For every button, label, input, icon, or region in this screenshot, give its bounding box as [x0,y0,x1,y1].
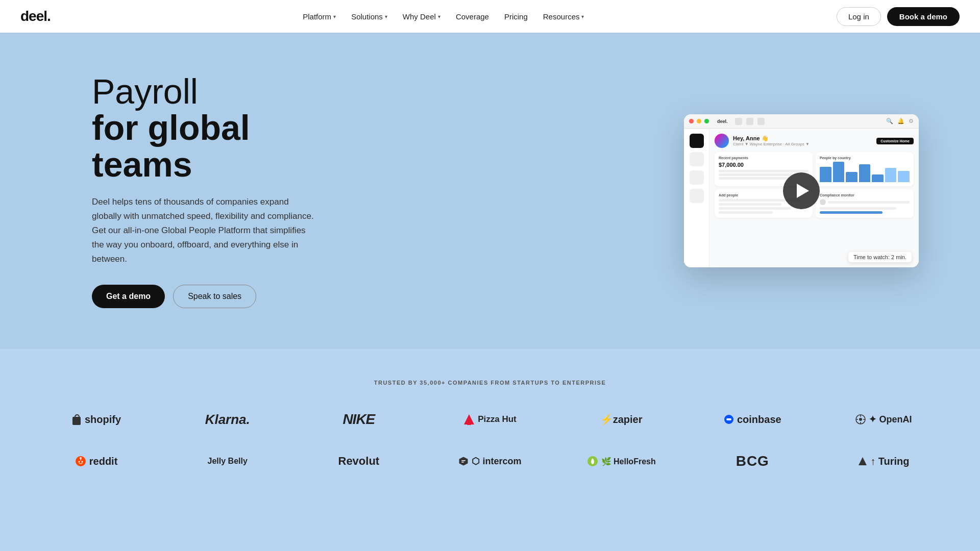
bar-item [859,164,871,182]
intercom-icon [458,456,469,466]
svg-point-6 [859,418,862,421]
mockup-logo: deel. [717,119,728,124]
hero-buttons: Get a demo Speak to sales [92,285,337,308]
bar-item [833,162,845,182]
trusted-label: TRUSTED BY 35,000+ COMPANIES FROM STARTU… [31,380,949,386]
mockup-greeting: Hey, Anne 👋 [733,135,810,142]
play-icon [797,184,809,198]
svg-point-12 [78,461,80,463]
sidebar-icon-people [690,152,704,166]
hero-content: Payroll for global teams Deel helps tens… [92,73,337,308]
logo[interactable]: deel. [20,8,51,24]
hellofresh-icon [587,456,598,467]
svg-point-13 [81,461,83,463]
svg-rect-4 [726,418,731,420]
trusted-section: TRUSTED BY 35,000+ COMPANIES FROM STARTU… [0,349,980,510]
logo-shopify: shopify [31,409,162,431]
logo-coinbase: coinbase [687,409,818,431]
bar-item [846,172,857,182]
book-demo-button[interactable]: Book a demo [887,7,960,26]
logo-hellofresh: 🌿 HelloFresh [556,450,687,472]
compliance-avatar [820,199,826,205]
nav-actions: Log in Book a demo [837,7,960,26]
logo-bcg: BCG [687,448,818,474]
video-duration-badge: Time to watch: 2 min. [848,252,912,262]
mockup-nav-icon [746,118,753,125]
nav-links: Platform ▾ Solutions ▾ Why Deel ▾ Covera… [297,8,590,25]
sidebar-icon-contracts [690,189,704,203]
hero-description: Deel helps tens of thousands of companie… [92,195,316,266]
nav-item-platform[interactable]: Platform ▾ [297,8,342,25]
mockup-user-avatar [715,134,729,148]
logo-zapier: ⚡zapier [556,408,687,431]
turing-icon [858,457,867,466]
logo-nike: NIKE [293,406,424,433]
chevron-down-icon: ▾ [581,14,584,19]
chevron-down-icon: ▾ [438,14,440,19]
nav-item-resources[interactable]: Resources ▾ [537,8,591,25]
nav-item-why-deel[interactable]: Why Deel ▾ [397,8,447,25]
svg-rect-17 [461,462,464,463]
reddit-icon [75,456,86,467]
logo-pizzahut: Pizza Hut [424,409,555,430]
mockup-topbar-icons: 🔍 🔔 ⚙ [886,118,914,124]
logo-openai: ✦ OpenAI [818,409,949,430]
navbar: deel. Platform ▾ Solutions ▾ Why Deel ▾ … [0,0,980,33]
logo-revolut: Revolut [293,449,424,473]
window-close-dot [689,119,694,123]
logo-reddit: reddit [31,450,162,472]
mockup-topbar: deel. 🔍 🔔 ⚙ [684,114,919,129]
mockup-header-row: Hey, Anne 👋 Client ▼ Wayne Enterprise · … [715,134,914,148]
pizzahut-icon [463,414,475,425]
logo-grid: shopify Klarna. NIKE Pizza Hut ⚡zap [31,406,949,490]
hero-title: Payroll for global teams [92,73,337,183]
logo-klarna: Klarna. [162,407,293,433]
window-minimize-dot [697,119,701,123]
nav-item-pricing[interactable]: Pricing [498,8,534,25]
payment-amount: $7,000.00 [719,162,808,168]
chevron-down-icon: ▾ [333,14,336,19]
customize-home-button[interactable]: Customize Home [876,138,914,144]
sidebar-icon-payroll [690,170,704,185]
svg-marker-1 [464,414,474,424]
svg-point-14 [80,457,82,459]
bar-item [885,168,897,182]
openai-icon [855,414,866,424]
svg-rect-16 [461,460,465,461]
bar-item [820,167,831,182]
bar-item [872,174,884,182]
speak-to-sales-button[interactable]: Speak to sales [173,285,256,308]
compliance-monitor-card: Compliance monitor [816,189,914,218]
svg-marker-19 [859,457,867,465]
hero-title-bold: for global teams [92,110,337,183]
people-by-country-card: People by country [816,152,914,186]
shopify-bag-icon [71,414,82,425]
logo-row-1: shopify Klarna. NIKE Pizza Hut ⚡zap [31,406,949,433]
svg-rect-0 [72,417,81,425]
play-button[interactable] [783,172,820,209]
window-maximize-dot [704,119,709,123]
logo-row-2: reddit Jelly Belly Revolut ⬡ intercom [31,448,949,474]
sidebar-icon-home [690,134,704,148]
logo-intercom: ⬡ intercom [424,450,555,472]
hero-section: Payroll for global teams Deel helps tens… [0,33,980,349]
product-mockup: deel. 🔍 🔔 ⚙ [684,114,919,267]
coinbase-icon [724,414,734,424]
login-button[interactable]: Log in [837,7,881,26]
get-demo-button[interactable]: Get a demo [92,285,165,308]
nav-item-coverage[interactable]: Coverage [450,8,495,25]
bar-item [898,171,910,182]
logo-jellybelly: Jelly Belly [162,452,293,471]
mockup-nav-icon [735,118,742,125]
chevron-down-icon: ▾ [385,14,387,19]
mockup-subtitle: Client ▼ Wayne Enterprise · All Groups ▼ [733,142,810,146]
bar-chart [820,162,910,182]
mockup-sidebar [684,129,709,267]
svg-rect-2 [467,424,471,425]
mockup-nav-icon [757,118,765,125]
hero-video-mockup: deel. 🔍 🔔 ⚙ [684,114,919,267]
nav-item-solutions[interactable]: Solutions ▾ [345,8,394,25]
logo-turing: ↑ Turing [818,450,949,472]
